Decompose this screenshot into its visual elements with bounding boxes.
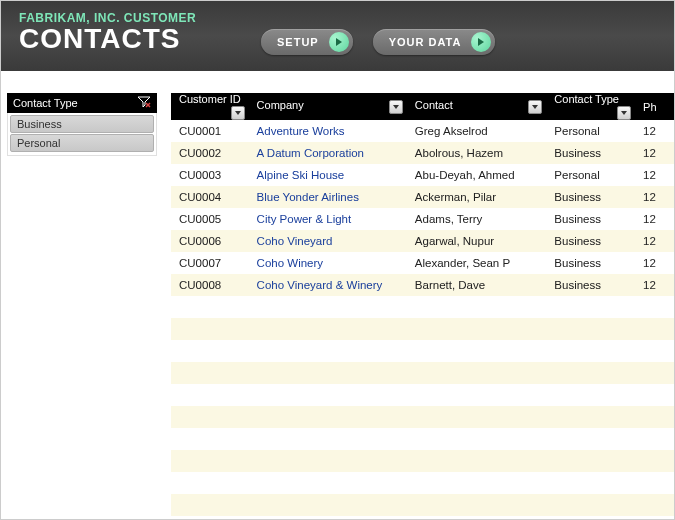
col-label: Ph bbox=[643, 101, 656, 113]
cell-company[interactable]: Coho Vineyard & Winery bbox=[249, 274, 407, 296]
col-label: Contact Type bbox=[554, 93, 619, 105]
table-row: CU0006Coho VineyardAgarwal, NupurBusines… bbox=[171, 230, 674, 252]
cell-contact: Alexander, Sean P bbox=[407, 252, 546, 274]
dropdown-icon[interactable] bbox=[389, 100, 403, 114]
dropdown-icon[interactable] bbox=[231, 106, 245, 120]
table-row: CU0002A Datum CorporationAbolrous, Hazem… bbox=[171, 142, 674, 164]
table-row-empty bbox=[171, 362, 674, 384]
cell-contact-type: Business bbox=[546, 230, 635, 252]
slicer-title: Contact Type bbox=[13, 97, 78, 109]
cell-customer-id: CU0003 bbox=[171, 164, 249, 186]
cell-phone: 12 bbox=[635, 186, 674, 208]
cell-company[interactable]: A Datum Corporation bbox=[249, 142, 407, 164]
cell-company[interactable]: Coho Winery bbox=[249, 252, 407, 274]
table-body: CU0001Adventure WorksGreg AkselrodPerson… bbox=[171, 120, 674, 516]
cell-phone: 12 bbox=[635, 142, 674, 164]
content-area: Contact Type Business Personal Customer … bbox=[1, 71, 674, 516]
cell-company[interactable]: Adventure Works bbox=[249, 120, 407, 142]
cell-company[interactable]: Blue Yonder Airlines bbox=[249, 186, 407, 208]
slicer-items: Business Personal bbox=[7, 113, 157, 156]
cell-contact-type: Business bbox=[546, 186, 635, 208]
cell-customer-id: CU0007 bbox=[171, 252, 249, 274]
cell-customer-id: CU0002 bbox=[171, 142, 249, 164]
table-row: CU0004Blue Yonder AirlinesAckerman, Pila… bbox=[171, 186, 674, 208]
cell-phone: 12 bbox=[635, 208, 674, 230]
cell-phone: 12 bbox=[635, 230, 674, 252]
table-row: CU0007Coho WineryAlexander, Sean PBusine… bbox=[171, 252, 674, 274]
table-row-empty bbox=[171, 494, 674, 516]
app-header: FABRIKAM, INC. CUSTOMER CONTACTS SETUP Y… bbox=[1, 1, 674, 71]
cell-company[interactable]: City Power & Light bbox=[249, 208, 407, 230]
table-row-empty bbox=[171, 406, 674, 428]
table-row: CU0008Coho Vineyard & WineryBarnett, Dav… bbox=[171, 274, 674, 296]
cell-contact: Greg Akselrod bbox=[407, 120, 546, 142]
table-row-empty bbox=[171, 472, 674, 494]
table-row-empty bbox=[171, 428, 674, 450]
your-data-button[interactable]: YOUR DATA bbox=[373, 29, 496, 55]
cell-contact: Abu-Deyah, Ahmed bbox=[407, 164, 546, 186]
cell-contact: Ackerman, Pilar bbox=[407, 186, 546, 208]
cell-contact-type: Business bbox=[546, 208, 635, 230]
col-phone[interactable]: Ph bbox=[635, 93, 674, 120]
table-row: CU0001Adventure WorksGreg AkselrodPerson… bbox=[171, 120, 674, 142]
cell-customer-id: CU0008 bbox=[171, 274, 249, 296]
cell-contact-type: Business bbox=[546, 274, 635, 296]
contact-type-slicer: Contact Type Business Personal bbox=[7, 93, 157, 516]
col-label: Contact bbox=[415, 99, 453, 111]
table-row-empty bbox=[171, 450, 674, 472]
table-row: CU0005City Power & LightAdams, TerryBusi… bbox=[171, 208, 674, 230]
cell-contact: Barnett, Dave bbox=[407, 274, 546, 296]
setup-button[interactable]: SETUP bbox=[261, 29, 353, 55]
cell-contact-type: Personal bbox=[546, 120, 635, 142]
cell-contact: Abolrous, Hazem bbox=[407, 142, 546, 164]
col-label: Customer ID bbox=[179, 93, 241, 105]
col-company[interactable]: Company bbox=[249, 93, 407, 120]
slicer-header: Contact Type bbox=[7, 93, 157, 113]
cell-contact-type: Personal bbox=[546, 164, 635, 186]
slicer-item-business[interactable]: Business bbox=[10, 115, 154, 133]
cell-phone: 12 bbox=[635, 252, 674, 274]
clear-filter-icon[interactable] bbox=[137, 96, 151, 110]
table-header-row: Customer ID Company Contact Contact Type bbox=[171, 93, 674, 120]
table-row-empty bbox=[171, 384, 674, 406]
cell-company[interactable]: Coho Vineyard bbox=[249, 230, 407, 252]
dropdown-icon[interactable] bbox=[617, 106, 631, 120]
your-data-button-label: YOUR DATA bbox=[389, 36, 462, 48]
header-nav: SETUP YOUR DATA bbox=[261, 29, 495, 55]
cell-phone: 12 bbox=[635, 120, 674, 142]
contacts-table-wrap: Customer ID Company Contact Contact Type bbox=[171, 93, 674, 516]
col-customer-id[interactable]: Customer ID bbox=[171, 93, 249, 120]
slicer-item-personal[interactable]: Personal bbox=[10, 134, 154, 152]
cell-contact: Agarwal, Nupur bbox=[407, 230, 546, 252]
col-label: Company bbox=[257, 99, 304, 111]
table-row: CU0003Alpine Ski HouseAbu-Deyah, AhmedPe… bbox=[171, 164, 674, 186]
col-contact-type[interactable]: Contact Type bbox=[546, 93, 635, 120]
table-row-empty bbox=[171, 318, 674, 340]
col-contact[interactable]: Contact bbox=[407, 93, 546, 120]
cell-phone: 12 bbox=[635, 274, 674, 296]
arrow-right-icon bbox=[329, 32, 349, 52]
table-row-empty bbox=[171, 340, 674, 362]
cell-phone: 12 bbox=[635, 164, 674, 186]
setup-button-label: SETUP bbox=[277, 36, 319, 48]
contacts-table: Customer ID Company Contact Contact Type bbox=[171, 93, 674, 516]
cell-customer-id: CU0004 bbox=[171, 186, 249, 208]
cell-contact: Adams, Terry bbox=[407, 208, 546, 230]
table-row-empty bbox=[171, 296, 674, 318]
arrow-right-icon bbox=[471, 32, 491, 52]
cell-contact-type: Business bbox=[546, 142, 635, 164]
cell-customer-id: CU0005 bbox=[171, 208, 249, 230]
cell-customer-id: CU0006 bbox=[171, 230, 249, 252]
dropdown-icon[interactable] bbox=[528, 100, 542, 114]
cell-contact-type: Business bbox=[546, 252, 635, 274]
cell-customer-id: CU0001 bbox=[171, 120, 249, 142]
cell-company[interactable]: Alpine Ski House bbox=[249, 164, 407, 186]
